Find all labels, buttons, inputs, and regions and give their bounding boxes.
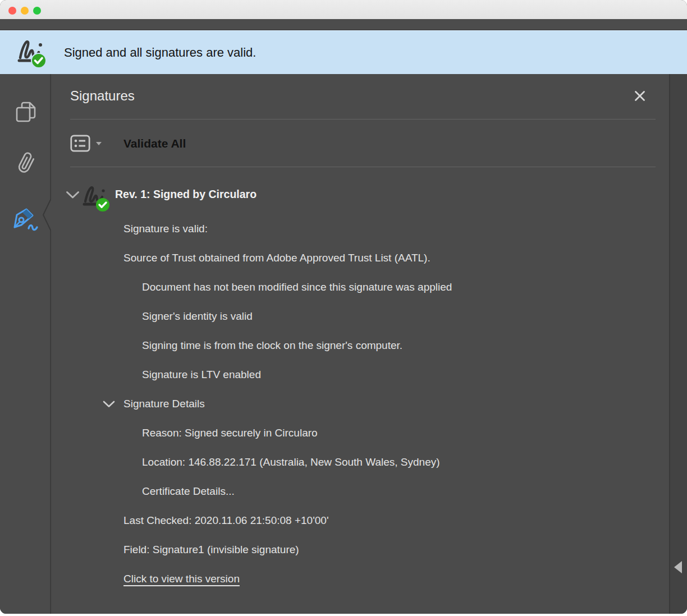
collapse-panel-arrow-icon[interactable] [674, 561, 682, 573]
detail-line: Location: 146.88.22.171 (Australia, New … [51, 448, 670, 477]
app-window: Signed and all signatures are valid. [0, 0, 687, 614]
panel-title: Signatures [70, 88, 135, 104]
panel-collapse-strip [669, 74, 687, 614]
signatures-panel: Signatures Validate All [51, 74, 670, 614]
paperclip-icon [13, 151, 38, 176]
close-panel-icon[interactable] [633, 89, 647, 103]
pages-icon [15, 99, 37, 124]
validate-all-button[interactable]: Validate All [70, 135, 186, 152]
validate-all-label: Validate All [123, 137, 186, 150]
chevron-down-icon[interactable] [66, 191, 80, 199]
close-window-button[interactable] [8, 7, 16, 15]
collapsed-toolbar-strip [0, 19, 687, 30]
chevron-down-icon [103, 401, 115, 408]
certificate-details-item[interactable]: Certificate Details... [51, 477, 670, 506]
signature-status-banner: Signed and all signatures are valid. [0, 30, 687, 75]
signature-revision-heading: Rev. 1: Signed by Circularo [115, 188, 257, 201]
signature-detail-lines: Signature is valid: Source of Trust obta… [51, 214, 670, 594]
minimize-window-button[interactable] [21, 7, 29, 15]
status-line: Source of Trust obtained from Adobe Appr… [51, 243, 670, 273]
banner-message: Signed and all signatures are valid. [64, 45, 256, 60]
signature-valid-icon [16, 37, 47, 68]
status-line: Signature is valid: [51, 214, 670, 243]
pen-icon [11, 205, 40, 232]
check-line: Signature is LTV enabled [51, 360, 670, 389]
view-version-line: Click to view this version [51, 564, 670, 594]
field-line: Field: Signature1 (invisible signature) [51, 535, 670, 564]
divider [70, 167, 656, 167]
detail-line: Reason: Signed securely in Circularo [51, 419, 670, 448]
check-line: Document has not been modified since thi… [51, 273, 670, 302]
check-line: Signer's identity is valid [51, 302, 670, 331]
view-version-link[interactable]: Click to view this version [123, 573, 240, 585]
titlebar [0, 0, 687, 19]
signature-details-toggle[interactable]: Signature Details [51, 389, 670, 419]
divider [70, 119, 656, 119]
caret-down-icon [95, 141, 102, 146]
validate-list-icon [70, 135, 90, 152]
last-checked-line: Last Checked: 2020.11.06 21:50:08 +10'00… [51, 506, 670, 535]
check-line: Signing time is from the clock on the si… [51, 331, 670, 360]
zoom-window-button[interactable] [33, 7, 41, 15]
signed-revision-icon [81, 184, 112, 212]
signature-details-label: Signature Details [123, 398, 205, 410]
